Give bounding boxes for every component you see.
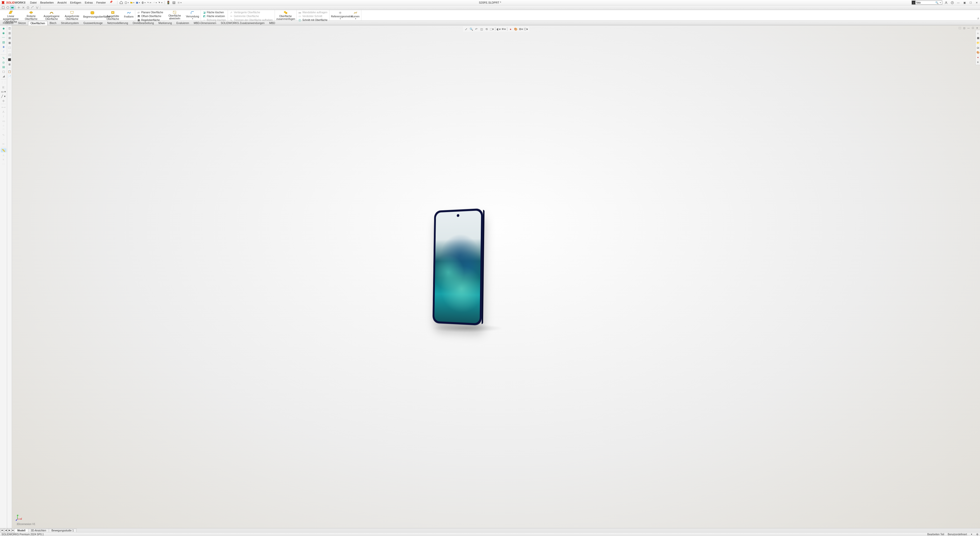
render-tools-icon[interactable]: 🖵▾ [524, 27, 528, 32]
print-button[interactable]: ▼ [142, 0, 146, 5]
rebuild-button[interactable]: 🚦 [166, 0, 171, 5]
macro-btn-2[interactable] [6, 6, 10, 10]
section-view-icon[interactable]: ◫ [479, 27, 484, 32]
lbar-loft-icon[interactable]: ▧ [1, 40, 6, 44]
boundary-surface[interactable]: Begrenzungsoberfläche [82, 10, 103, 21]
freeform[interactable]: Freiform [123, 10, 135, 21]
menu-extras[interactable]: Extras [83, 0, 94, 5]
phone-model[interactable] [432, 208, 483, 326]
vp-close-icon[interactable]: ✕ [975, 26, 979, 30]
vp-full-icon[interactable]: ⛶ [958, 26, 962, 30]
lbar-spline-icon[interactable]: ∿ [1, 133, 6, 137]
menu-pin-icon[interactable]: 📌 [110, 0, 113, 5]
ruled-surface[interactable]: ▦Regeloberfläche [137, 18, 164, 22]
search-input[interactable] [915, 1, 935, 4]
lofted-surface[interactable]: Ausgeformte Oberfläche [62, 10, 82, 21]
status-lock-icon[interactable]: ⚙ [976, 533, 978, 536]
view-orient-icon[interactable]: ⬚▾ [490, 27, 494, 32]
search-mode-icon[interactable]: ⌕ [912, 1, 915, 4]
tab-evaluieren[interactable]: Evaluieren [174, 21, 191, 25]
lbar2-8-icon[interactable]: 🖥 [8, 62, 11, 66]
offset-surface[interactable]: ⬒Offset-Oberfläche [137, 14, 164, 18]
status-units[interactable]: Benutzerdefiniert [948, 533, 967, 536]
bottom-tab-3d-ansichten[interactable]: 3D-Ansichten [28, 529, 49, 532]
options-button[interactable] [172, 0, 177, 5]
maximize-button[interactable]: ☐ [968, 0, 973, 5]
lbar-coord-icon[interactable]: ⊹ [1, 99, 6, 103]
vp-max-icon[interactable]: ☐ [971, 26, 975, 30]
macro-btn-8[interactable] [35, 6, 39, 10]
macro-btn-4[interactable] [17, 6, 21, 10]
open-button[interactable]: ▼ [130, 0, 135, 5]
vp-split-icon[interactable]: ◫ [963, 26, 966, 30]
tab-struktursystem[interactable]: Struktursystem [59, 21, 81, 25]
lbar2-7-icon[interactable]: ⬛ [8, 58, 11, 62]
lbar-cut-icon[interactable]: ⬂ [1, 56, 6, 60]
replace-face[interactable]: ◩Fläche ersetzen [202, 14, 226, 18]
bottom-tab-modell[interactable]: Modell [14, 529, 28, 532]
rpanel-custom-props-icon[interactable]: ≡ [976, 60, 980, 64]
rpanel-appearances-icon[interactable]: ● [976, 55, 980, 59]
lbar-ref-axis-icon[interactable]: ╱ ▾ [1, 94, 6, 98]
btab-next-icon[interactable]: ▶ [8, 529, 11, 532]
rpanel-file-explorer-icon[interactable]: 🗂 [976, 45, 980, 49]
lbar2-4-icon[interactable]: ▦ [8, 41, 11, 45]
revolved-surface[interactable]: Rotierte Oberfläche [21, 10, 41, 21]
lbar-line-icon[interactable]: / [1, 115, 6, 118]
menu-bearbeiten[interactable]: Bearbeiten [38, 0, 55, 5]
lbar-rib-icon[interactable]: ▤ [1, 65, 6, 69]
lbar2-10-icon[interactable]: 📄 [8, 75, 11, 78]
lbar2-1-icon[interactable]: ◫ [8, 26, 11, 30]
rpanel-design-lib-icon[interactable]: 📁 [976, 41, 980, 45]
lbar-pattern-icon[interactable]: ⋮⋮ [1, 80, 6, 84]
menu-ansicht[interactable]: Ansicht [56, 0, 68, 5]
ribbon-collapse-icon[interactable]: ᐱ [977, 17, 979, 20]
lbar-dim-icon[interactable]: ⟷ [1, 105, 6, 109]
prev-view-icon[interactable]: ↶ [474, 27, 479, 32]
lbar-equal-icon[interactable]: = [1, 157, 6, 162]
lbar-circle-icon[interactable]: ○ [1, 124, 6, 127]
macro-btn-5[interactable] [21, 6, 25, 10]
lbar2-6-icon[interactable]: ⬜ [8, 53, 11, 57]
btab-last-icon[interactable]: ⏭ [11, 529, 15, 532]
home-button[interactable] [119, 0, 124, 5]
user-icon[interactable] [944, 0, 948, 5]
lbar2-2-icon[interactable]: ▥ [8, 31, 11, 35]
lbar2-5-icon[interactable]: ⬚ [8, 46, 11, 49]
lbar-trim-icon[interactable]: ✂ [1, 142, 6, 146]
tab-blech[interactable]: Blech [48, 21, 59, 25]
lbar-hole-icon[interactable]: ◎ [1, 60, 6, 64]
lbar-ref-plane-icon[interactable]: ▭ ▾ [1, 90, 6, 94]
search-icon[interactable]: 🔍 [935, 1, 939, 4]
menu-einfuegen[interactable]: Einfügen [68, 0, 83, 5]
delete-face[interactable]: ◪Fläche löschen [202, 11, 226, 14]
lbar-extrude-icon[interactable]: ◆ [1, 26, 6, 30]
lbar-fillet-icon[interactable]: ◜ [1, 49, 6, 53]
tab-oberflaechen[interactable]: Oberflächen [28, 21, 47, 25]
lbar-mirror-icon[interactable]: ◧ [1, 85, 6, 89]
rpanel-resources-icon[interactable]: ▦ [976, 36, 980, 40]
swept-surface[interactable]: Ausgetragene Oberfläche [41, 10, 62, 21]
btab-prev-icon[interactable]: ◀ [4, 529, 8, 532]
vp-min-icon[interactable]: — [967, 26, 970, 30]
restore-button[interactable]: ▣ [962, 0, 967, 5]
tab-netzmodellierung[interactable]: Netzmodellierung [105, 21, 130, 25]
linear-extrude-surface[interactable]: Linear ausgetragene Oberfläche [0, 10, 21, 21]
lbar-eval-icon[interactable]: ⊥ [1, 153, 6, 157]
lbar-shell-icon[interactable]: ▢ [1, 69, 6, 73]
lbar-misc-icon[interactable]: ⋯ [1, 162, 6, 166]
filled-surface[interactable]: Ausgefüllte Oberfläche [103, 10, 123, 21]
menu-datei[interactable]: Datei [29, 0, 38, 5]
close-button[interactable]: ✕ [974, 0, 979, 5]
new-button[interactable]: ▼ [124, 0, 129, 5]
curves[interactable]: Kurven▼ [350, 10, 361, 21]
save-button[interactable]: ▼ [136, 0, 140, 5]
lbar-draft-icon[interactable]: ◢ [1, 74, 6, 78]
minimize-button[interactable]: — [956, 0, 961, 5]
bottom-tab-bewegungsstudie[interactable]: Bewegungsstudie 1 [49, 529, 76, 532]
macro-btn-7[interactable] [30, 6, 35, 10]
apply-scene-icon[interactable]: 🎨 [514, 27, 518, 32]
lbar-boundary-icon[interactable]: ◈ [1, 45, 6, 49]
redo-button[interactable]: ▼ [153, 0, 157, 5]
lbar-revolve-icon[interactable]: ◉ [1, 31, 6, 35]
